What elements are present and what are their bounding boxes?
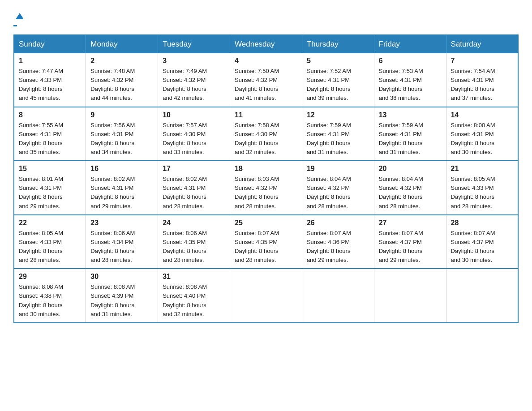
day-number: 16 [90, 165, 153, 173]
day-7: 7Sunrise: 7:54 AMSunset: 4:31 PMDaylight… [446, 53, 518, 107]
day-21: 21Sunrise: 8:05 AMSunset: 4:33 PMDayligh… [446, 161, 518, 215]
day-17: 17Sunrise: 8:02 AMSunset: 4:31 PMDayligh… [158, 161, 230, 215]
day-6: 6Sunrise: 7:53 AMSunset: 4:31 PMDaylight… [374, 53, 446, 107]
day-5: 5Sunrise: 7:52 AMSunset: 4:31 PMDaylight… [302, 53, 374, 107]
day-number: 18 [235, 165, 297, 173]
day-number: 22 [19, 219, 81, 227]
day-info: Sunrise: 7:48 AMSunset: 4:32 PMDaylight:… [90, 67, 153, 103]
day-number: 17 [163, 165, 225, 173]
day-info: Sunrise: 8:00 AMSunset: 4:31 PMDaylight:… [451, 121, 513, 157]
day-15: 15Sunrise: 8:01 AMSunset: 4:31 PMDayligh… [14, 161, 86, 215]
day-number: 29 [19, 273, 81, 281]
calendar-week-5: 29Sunrise: 8:08 AMSunset: 4:38 PMDayligh… [14, 269, 518, 323]
day-info: Sunrise: 8:04 AMSunset: 4:32 PMDaylight:… [379, 175, 442, 211]
day-info: Sunrise: 8:08 AMSunset: 4:40 PMDaylight:… [163, 283, 225, 319]
day-30: 30Sunrise: 8:08 AMSunset: 4:39 PMDayligh… [86, 269, 158, 323]
day-info: Sunrise: 8:07 AMSunset: 4:36 PMDaylight:… [307, 229, 369, 265]
day-info: Sunrise: 8:04 AMSunset: 4:32 PMDaylight:… [307, 175, 369, 211]
calendar-week-1: 1Sunrise: 7:47 AMSunset: 4:33 PMDaylight… [14, 53, 518, 107]
header-saturday: Saturday [446, 35, 518, 53]
day-31: 31Sunrise: 8:08 AMSunset: 4:40 PMDayligh… [158, 269, 230, 323]
logo-general [13, 9, 25, 24]
day-4: 4Sunrise: 7:50 AMSunset: 4:32 PMDaylight… [230, 53, 302, 107]
day-info: Sunrise: 7:59 AMSunset: 4:31 PMDaylight:… [379, 121, 442, 157]
header-sunday: Sunday [14, 35, 86, 53]
empty-cell-4-6 [446, 269, 518, 323]
day-9: 9Sunrise: 7:56 AMSunset: 4:31 PMDaylight… [86, 107, 158, 161]
day-info: Sunrise: 8:02 AMSunset: 4:31 PMDaylight:… [163, 175, 225, 211]
day-number: 6 [379, 57, 442, 65]
day-20: 20Sunrise: 8:04 AMSunset: 4:32 PMDayligh… [374, 161, 446, 215]
empty-cell-4-3 [230, 269, 302, 323]
day-26: 26Sunrise: 8:07 AMSunset: 4:36 PMDayligh… [302, 215, 374, 269]
day-number: 8 [19, 111, 81, 119]
logo [13, 9, 25, 26]
day-info: Sunrise: 8:07 AMSunset: 4:37 PMDaylight:… [379, 229, 442, 265]
day-info: Sunrise: 8:05 AMSunset: 4:33 PMDaylight:… [451, 175, 513, 211]
day-number: 15 [19, 165, 81, 173]
calendar-week-4: 22Sunrise: 8:05 AMSunset: 4:33 PMDayligh… [14, 215, 518, 269]
day-info: Sunrise: 7:55 AMSunset: 4:31 PMDaylight:… [19, 121, 81, 157]
day-number: 12 [307, 111, 369, 119]
day-info: Sunrise: 7:53 AMSunset: 4:31 PMDaylight:… [379, 67, 442, 103]
logo-blue-text [13, 24, 17, 26]
page-header [13, 9, 519, 26]
day-info: Sunrise: 7:50 AMSunset: 4:32 PMDaylight:… [235, 67, 297, 103]
day-info: Sunrise: 7:59 AMSunset: 4:31 PMDaylight:… [307, 121, 369, 157]
logo-triangle-icon [15, 9, 25, 24]
day-number: 28 [451, 219, 513, 227]
day-info: Sunrise: 7:47 AMSunset: 4:33 PMDaylight:… [19, 67, 81, 103]
day-number: 1 [19, 57, 81, 65]
day-info: Sunrise: 8:06 AMSunset: 4:35 PMDaylight:… [163, 229, 225, 265]
empty-cell-4-5 [374, 269, 446, 323]
calendar-week-2: 8Sunrise: 7:55 AMSunset: 4:31 PMDaylight… [14, 107, 518, 161]
day-info: Sunrise: 7:54 AMSunset: 4:31 PMDaylight:… [451, 67, 513, 103]
day-number: 4 [235, 57, 297, 65]
day-number: 7 [451, 57, 513, 65]
day-info: Sunrise: 8:05 AMSunset: 4:33 PMDaylight:… [19, 229, 81, 265]
day-number: 5 [307, 57, 369, 65]
day-number: 10 [163, 111, 225, 119]
day-22: 22Sunrise: 8:05 AMSunset: 4:33 PMDayligh… [14, 215, 86, 269]
day-number: 27 [379, 219, 442, 227]
day-number: 25 [235, 219, 297, 227]
day-18: 18Sunrise: 8:03 AMSunset: 4:32 PMDayligh… [230, 161, 302, 215]
header-friday: Friday [374, 35, 446, 53]
day-info: Sunrise: 8:06 AMSunset: 4:34 PMDaylight:… [90, 229, 153, 265]
day-16: 16Sunrise: 8:02 AMSunset: 4:31 PMDayligh… [86, 161, 158, 215]
day-25: 25Sunrise: 8:07 AMSunset: 4:35 PMDayligh… [230, 215, 302, 269]
day-3: 3Sunrise: 7:49 AMSunset: 4:32 PMDaylight… [158, 53, 230, 107]
day-12: 12Sunrise: 7:59 AMSunset: 4:31 PMDayligh… [302, 107, 374, 161]
day-number: 11 [235, 111, 297, 119]
day-11: 11Sunrise: 7:58 AMSunset: 4:30 PMDayligh… [230, 107, 302, 161]
svg-marker-0 [16, 13, 24, 19]
day-info: Sunrise: 7:49 AMSunset: 4:32 PMDaylight:… [163, 67, 225, 103]
day-info: Sunrise: 7:56 AMSunset: 4:31 PMDaylight:… [90, 121, 153, 157]
day-info: Sunrise: 8:01 AMSunset: 4:31 PMDaylight:… [19, 175, 81, 211]
day-number: 20 [379, 165, 442, 173]
day-number: 3 [163, 57, 225, 65]
day-number: 31 [163, 273, 225, 281]
day-10: 10Sunrise: 7:57 AMSunset: 4:30 PMDayligh… [158, 107, 230, 161]
header-tuesday: Tuesday [158, 35, 230, 53]
day-info: Sunrise: 8:08 AMSunset: 4:38 PMDaylight:… [19, 283, 81, 319]
day-number: 21 [451, 165, 513, 173]
day-14: 14Sunrise: 8:00 AMSunset: 4:31 PMDayligh… [446, 107, 518, 161]
day-number: 2 [90, 57, 153, 65]
day-number: 9 [90, 111, 153, 119]
day-info: Sunrise: 8:08 AMSunset: 4:39 PMDaylight:… [90, 283, 153, 319]
day-number: 24 [163, 219, 225, 227]
header-monday: Monday [86, 35, 158, 53]
day-number: 26 [307, 219, 369, 227]
day-1: 1Sunrise: 7:47 AMSunset: 4:33 PMDaylight… [14, 53, 86, 107]
calendar-header-row: SundayMondayTuesdayWednesdayThursdayFrid… [14, 35, 518, 53]
day-number: 14 [451, 111, 513, 119]
calendar-week-3: 15Sunrise: 8:01 AMSunset: 4:31 PMDayligh… [14, 161, 518, 215]
day-8: 8Sunrise: 7:55 AMSunset: 4:31 PMDaylight… [14, 107, 86, 161]
day-number: 23 [90, 219, 153, 227]
day-info: Sunrise: 7:58 AMSunset: 4:30 PMDaylight:… [235, 121, 297, 157]
day-27: 27Sunrise: 8:07 AMSunset: 4:37 PMDayligh… [374, 215, 446, 269]
day-28: 28Sunrise: 8:07 AMSunset: 4:37 PMDayligh… [446, 215, 518, 269]
header-thursday: Thursday [302, 35, 374, 53]
day-info: Sunrise: 7:57 AMSunset: 4:30 PMDaylight:… [163, 121, 225, 157]
